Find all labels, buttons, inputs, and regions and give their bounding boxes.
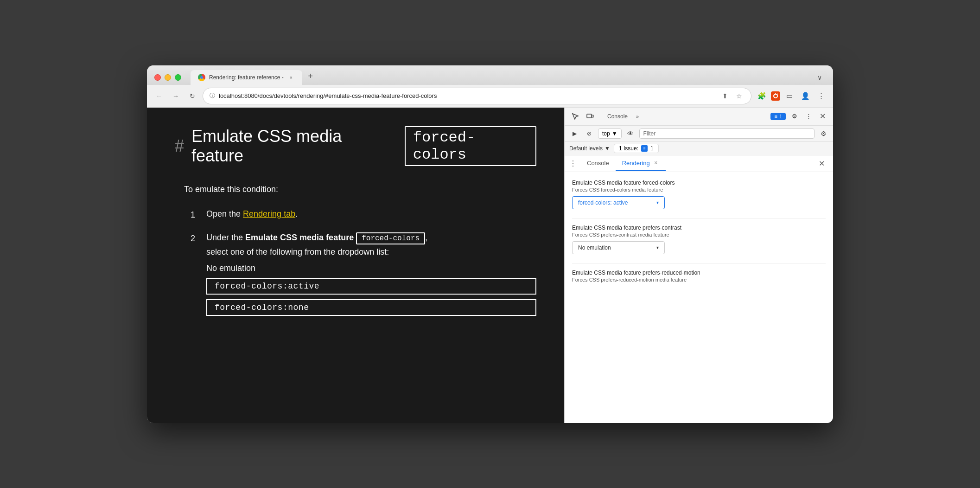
more-tabs-button[interactable]: » [634, 112, 641, 121]
step-2-pre: Under the [206, 233, 245, 242]
forced-colors-section: Emulate CSS media feature forced-colors … [572, 180, 826, 209]
forced-colors-dropdown[interactable]: forced-colors: active ▾ [572, 196, 665, 209]
inspect-element-icon[interactable] [569, 110, 581, 122]
tab-expand-button[interactable]: ∨ [814, 72, 826, 83]
panel-tab-dots[interactable]: ⋮ [569, 155, 580, 172]
rendering-tab-link[interactable]: Rendering tab [243, 209, 295, 218]
close-panel-button[interactable]: ✕ [815, 155, 828, 172]
close-rendering-tab[interactable]: × [653, 160, 659, 166]
minimize-window-button[interactable] [165, 74, 171, 81]
rendering-content: Emulate CSS media feature forced-colors … [565, 172, 833, 423]
eye-icon[interactable]: 👁 [624, 128, 636, 140]
step-1-content: Open the Rendering tab. [206, 209, 536, 219]
step-2-number: 2 [184, 234, 195, 244]
top-context-dropdown[interactable]: top ▼ [598, 128, 622, 139]
divider-2 [572, 263, 826, 264]
tab-close-button[interactable]: × [287, 74, 295, 81]
devtools-console-tab[interactable]: Console [602, 111, 633, 122]
step-2-code: forced-colors [356, 232, 425, 244]
page-content: # Emulate CSS media feature forced-color… [147, 108, 564, 423]
default-levels-dropdown[interactable]: Default levels ▼ [569, 145, 610, 152]
console-panel-tab[interactable]: Console [580, 156, 616, 171]
forced-colors-desc: Forces CSS forced-colors media feature [572, 187, 826, 193]
issue-count-text: 1 Issue: [619, 145, 638, 152]
forward-button[interactable]: → [169, 90, 182, 103]
option-active: forced-colors:active [206, 278, 536, 295]
rendering-tab-label: Rendering [622, 160, 650, 167]
filter-input[interactable] [639, 128, 815, 139]
share-button[interactable]: ⬆ [719, 90, 731, 102]
address-actions: ⬆ ☆ [719, 90, 745, 102]
console-bar: ▶ ⊘ top ▼ 👁 ⚙ [565, 126, 833, 142]
level-bar: Default levels ▼ 1 Issue: ≡ 1 [565, 142, 833, 155]
bookmark-button[interactable]: ☆ [733, 90, 745, 102]
prefers-reduced-motion-desc: Forces CSS prefers-reduced-motion media … [572, 277, 826, 283]
devtools-more-button[interactable]: ⋮ [802, 110, 815, 122]
nav-toolbar: 🧩 ▭ 👤 ⋮ [755, 90, 827, 103]
prefers-contrast-dropdown[interactable]: No emulation ▾ [572, 241, 665, 254]
prefers-contrast-desc: Forces CSS prefers-contrast media featur… [572, 232, 826, 238]
prefers-reduced-motion-section: Emulate CSS media feature prefers-reduce… [572, 270, 826, 283]
default-levels-label: Default levels [569, 145, 603, 152]
intro-text: To emulate this condition: [184, 185, 536, 194]
panel-tabs: ⋮ Console Rendering × ✕ [565, 155, 833, 172]
address-text: localhost:8080/docs/devtools/rendering/#… [219, 92, 716, 99]
profile-button[interactable]: 👤 [799, 90, 812, 103]
forced-colors-title: Emulate CSS media feature forced-colors [572, 180, 826, 186]
badge-icon: ≡ [774, 114, 777, 119]
step-1: 1 Open the Rendering tab. [184, 209, 536, 220]
step-1-pre: Open the [206, 209, 243, 218]
tab-favicon [198, 74, 205, 81]
navigation-bar: ← → ↻ ⓘ localhost:8080/docs/devtools/ren… [147, 85, 833, 108]
step-2-sub: select one of the following from the dro… [206, 247, 536, 257]
address-bar[interactable]: ⓘ localhost:8080/docs/devtools/rendering… [203, 88, 751, 104]
devtools-close-button[interactable]: ✕ [816, 110, 828, 122]
devtools-topbar: Console » ≡ 1 ⚙ ⋮ ✕ [565, 108, 833, 126]
heading-hash: # [175, 136, 184, 156]
issue-badge[interactable]: 1 Issue: ≡ 1 [614, 144, 659, 153]
levels-dropdown-arrow: ▼ [605, 145, 610, 152]
badge-count: 1 [779, 114, 782, 119]
prefers-contrast-arrow: ▾ [656, 245, 659, 250]
prefers-contrast-value: No emulation [578, 244, 611, 251]
messages-badge[interactable]: ≡ 1 [770, 113, 786, 120]
svg-rect-5 [592, 115, 593, 117]
reload-button[interactable]: ↻ [186, 90, 199, 103]
rendering-panel-tab[interactable]: Rendering × [616, 156, 666, 171]
steps-list: 1 Open the Rendering tab. 2 Under the Em… [184, 209, 536, 316]
prefers-contrast-section: Emulate CSS media feature prefers-contra… [572, 225, 826, 254]
info-icon: ⓘ [210, 92, 215, 100]
play-icon[interactable]: ▶ [568, 128, 580, 140]
divider-1 [572, 218, 826, 219]
back-button[interactable]: ← [153, 90, 165, 103]
devtools-top-tabs: Console » [602, 111, 765, 122]
step-2-bold: Emulate CSS media feature [245, 233, 354, 242]
title-bar: Rendering: feature reference - × + ∨ [147, 65, 833, 85]
step-2: 2 Under the Emulate CSS media feature fo… [184, 233, 536, 316]
close-window-button[interactable] [154, 74, 161, 81]
option-list: No emulation forced-colors:active forced… [206, 263, 536, 316]
sidebar-button[interactable]: ▭ [783, 90, 796, 103]
step-1-number: 1 [184, 210, 195, 220]
devtools-panel: Console » ≡ 1 ⚙ ⋮ ✕ ▶ ⊘ top [564, 108, 833, 423]
prefers-reduced-motion-title: Emulate CSS media feature prefers-reduce… [572, 270, 826, 276]
issue-icon: ≡ [641, 145, 648, 152]
new-tab-button[interactable]: + [304, 70, 317, 83]
console-settings-button[interactable]: ⚙ [817, 128, 829, 140]
extensions-button[interactable]: 🧩 [755, 90, 768, 103]
device-toolbar-icon[interactable] [584, 110, 596, 122]
devtools-button[interactable] [771, 91, 780, 101]
heading-text: Emulate CSS media feature [191, 127, 397, 166]
step-2-content: Under the Emulate CSS media feature forc… [206, 233, 536, 316]
top-dropdown-arrow: ▼ [612, 130, 617, 137]
devtools-settings-button[interactable]: ⚙ [789, 110, 801, 122]
svg-rect-4 [587, 114, 592, 118]
option-none-code: forced-colors:none [206, 299, 536, 316]
maximize-window-button[interactable] [175, 74, 181, 81]
traffic-lights [154, 74, 181, 81]
block-icon[interactable]: ⊘ [583, 128, 595, 140]
more-button[interactable]: ⋮ [815, 90, 827, 103]
forced-colors-arrow: ▾ [656, 200, 659, 205]
active-tab[interactable]: Rendering: feature reference - × [191, 70, 302, 85]
tabs-area: Rendering: feature reference - × + ∨ [191, 70, 826, 85]
